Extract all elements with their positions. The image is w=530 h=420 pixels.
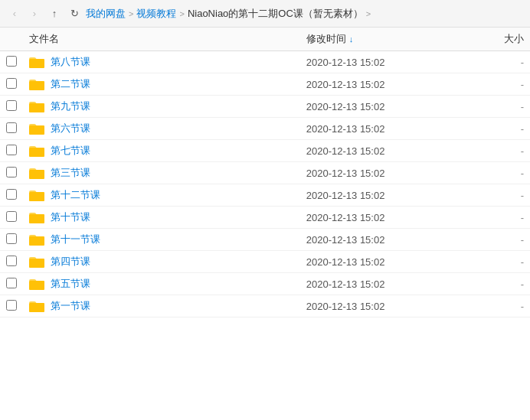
row-checkbox[interactable] xyxy=(6,300,17,311)
svg-rect-10 xyxy=(29,281,44,290)
svg-rect-5 xyxy=(29,170,44,179)
row-checkbox-cell xyxy=(0,273,23,295)
svg-rect-9 xyxy=(29,259,44,268)
table-row[interactable]: 第十节课2020-12-13 15:02- xyxy=(0,207,530,229)
breadcrumb-item-course: NiaoNiao的第十二期OC课（暂无素材） xyxy=(188,7,363,21)
row-date: 2020-12-13 15:02 xyxy=(300,207,479,229)
folder-name[interactable]: 第十节课 xyxy=(51,210,90,224)
folder-name[interactable]: 第六节课 xyxy=(51,122,90,135)
folder-name[interactable]: 第五节课 xyxy=(51,277,90,291)
row-checkbox[interactable] xyxy=(6,100,17,111)
table-row[interactable]: 第八节课2020-12-13 15:02- xyxy=(0,51,530,73)
breadcrumb: 我的网盘 > 视频教程 > NiaoNiao的第十二期OC课（暂无素材） > xyxy=(86,7,524,21)
row-checkbox[interactable] xyxy=(6,145,17,155)
folder-name[interactable]: 第一节课 xyxy=(51,299,90,313)
table-row[interactable]: 第二节课2020-12-13 15:02- xyxy=(0,73,530,96)
folder-icon xyxy=(29,167,44,179)
col-header-size[interactable]: 大小 xyxy=(478,28,530,51)
folder-name[interactable]: 第三节课 xyxy=(51,166,90,180)
col-header-date[interactable]: 修改时间 ↓ xyxy=(300,28,479,51)
row-size: - xyxy=(478,51,530,73)
breadcrumb-sep-1: > xyxy=(127,9,135,18)
folder-name[interactable]: 第七节课 xyxy=(51,144,90,158)
folder-icon xyxy=(29,300,44,312)
folder-icon xyxy=(29,233,44,246)
svg-rect-8 xyxy=(29,236,44,246)
row-name-cell: 第十二节课 xyxy=(23,184,300,207)
folder-name[interactable]: 第十一节课 xyxy=(51,233,100,246)
folder-icon xyxy=(29,100,44,112)
svg-rect-7 xyxy=(29,214,44,223)
folder-name[interactable]: 第十二节课 xyxy=(51,188,100,202)
folder-name[interactable]: 第四节课 xyxy=(51,255,90,269)
table-row[interactable]: 第四节课2020-12-13 15:02- xyxy=(0,251,530,273)
table-row[interactable]: 第一节课2020-12-13 15:02- xyxy=(0,295,530,317)
row-name-cell: 第一节课 xyxy=(23,295,300,317)
row-name-cell: 第二节课 xyxy=(23,73,300,96)
row-name-cell: 第三节课 xyxy=(23,162,300,184)
row-date: 2020-12-13 15:02 xyxy=(300,184,479,207)
folder-name[interactable]: 第二节课 xyxy=(51,77,90,91)
row-checkbox-cell xyxy=(0,229,23,251)
folder-icon xyxy=(29,211,44,223)
table-header: 文件名 修改时间 ↓ 大小 xyxy=(0,28,530,51)
folder-name[interactable]: 第八节课 xyxy=(51,55,90,69)
row-size: - xyxy=(478,207,530,229)
row-date: 2020-12-13 15:02 xyxy=(300,251,479,273)
row-checkbox[interactable] xyxy=(6,78,17,89)
row-checkbox[interactable] xyxy=(6,167,17,177)
row-checkbox[interactable] xyxy=(6,189,17,200)
table-row[interactable]: 第六节课2020-12-13 15:02- xyxy=(0,118,530,140)
row-checkbox-cell xyxy=(0,51,23,73)
breadcrumb-item-root[interactable]: 我的网盘 xyxy=(86,7,126,21)
row-size: - xyxy=(478,184,530,207)
table-row[interactable]: 第九节课2020-12-13 15:02- xyxy=(0,96,530,118)
row-size: - xyxy=(478,73,530,96)
svg-rect-4 xyxy=(29,148,44,157)
row-size: - xyxy=(478,118,530,140)
breadcrumb-sep-2: > xyxy=(178,9,185,18)
refresh-button[interactable]: ↻ xyxy=(66,5,83,22)
row-name-cell: 第十一节课 xyxy=(23,229,300,251)
row-date: 2020-12-13 15:02 xyxy=(300,162,479,184)
breadcrumb-sep-3: > xyxy=(365,9,372,18)
table-row[interactable]: 第十二节课2020-12-13 15:02- xyxy=(0,184,530,207)
up-button[interactable]: ↑ xyxy=(46,5,63,22)
folder-icon xyxy=(29,122,44,135)
row-checkbox-cell xyxy=(0,140,23,162)
folder-name[interactable]: 第九节课 xyxy=(51,99,90,113)
row-checkbox-cell xyxy=(0,295,23,317)
row-checkbox[interactable] xyxy=(6,278,17,288)
forward-button[interactable]: › xyxy=(26,5,43,22)
table-row[interactable]: 第七节课2020-12-13 15:02- xyxy=(0,140,530,162)
row-name-cell: 第九节课 xyxy=(23,96,300,118)
row-date: 2020-12-13 15:02 xyxy=(300,73,479,96)
row-checkbox[interactable] xyxy=(6,211,17,222)
row-checkbox-cell xyxy=(0,251,23,273)
svg-rect-6 xyxy=(29,192,44,201)
table-row[interactable]: 第五节课2020-12-13 15:02- xyxy=(0,273,530,295)
row-name-cell: 第五节课 xyxy=(23,273,300,295)
table-row[interactable]: 第三节课2020-12-13 15:02- xyxy=(0,162,530,184)
sort-date-icon: ↓ xyxy=(349,34,354,44)
col-header-name[interactable]: 文件名 xyxy=(23,28,300,51)
row-date: 2020-12-13 15:02 xyxy=(300,295,479,317)
row-name-cell: 第十节课 xyxy=(23,207,300,229)
breadcrumb-item-video[interactable]: 视频教程 xyxy=(136,7,176,21)
row-date: 2020-12-13 15:02 xyxy=(300,273,479,295)
nav-bar: ‹ › ↑ ↻ 我的网盘 > 视频教程 > NiaoNiao的第十二期OC课（暂… xyxy=(0,0,530,28)
row-checkbox[interactable] xyxy=(6,256,17,266)
table-row[interactable]: 第十一节课2020-12-13 15:02- xyxy=(0,229,530,251)
folder-icon xyxy=(29,278,44,290)
row-size: - xyxy=(478,162,530,184)
folder-icon xyxy=(29,56,44,68)
folder-icon xyxy=(29,256,44,268)
row-checkbox-cell xyxy=(0,118,23,140)
row-checkbox[interactable] xyxy=(6,233,17,244)
row-checkbox[interactable] xyxy=(6,56,17,67)
row-checkbox-cell xyxy=(0,207,23,229)
back-button[interactable]: ‹ xyxy=(6,5,23,22)
row-checkbox[interactable] xyxy=(6,122,17,133)
row-name-cell: 第八节课 xyxy=(23,51,300,73)
folder-icon xyxy=(29,189,44,201)
